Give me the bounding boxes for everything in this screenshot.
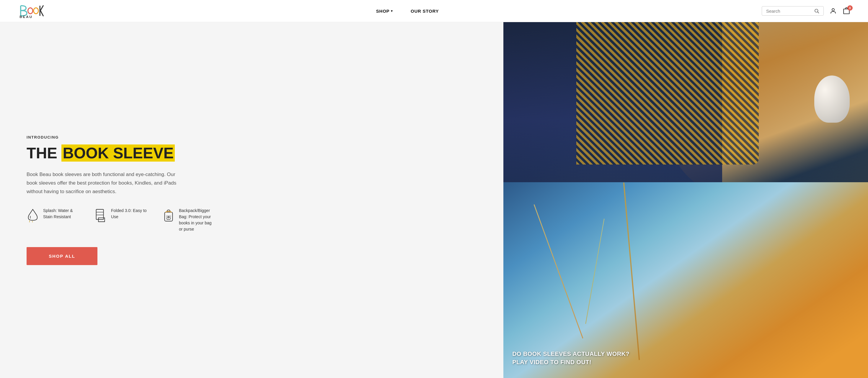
feature-water-text: Splash: Water & Stain Resistant (43, 208, 80, 220)
features-row: Splash: Water & Stain Resistant Folded 3… (27, 208, 477, 232)
feature-fold-text: Folded 3.0: Easy to Use (111, 208, 148, 220)
navbar: BEAU SHOP ▾ OUR STORY (0, 0, 868, 22)
svg-line-5 (40, 11, 43, 16)
shop-chevron-icon: ▾ (391, 9, 393, 13)
hero-title-part1: THE (27, 144, 61, 162)
hero-title: THE BOOK SLEEVE (27, 145, 477, 162)
nav-shop-label: SHOP (376, 8, 390, 13)
feature-fold: Folded 3.0: Easy to Use (94, 208, 148, 224)
video-overlay-line2: PLAY VIDEO TO FIND OUT! (512, 358, 629, 366)
backpack-icon (162, 208, 175, 224)
main-content: INTRODUCING THE BOOK SLEEVE Book Beau bo… (0, 22, 868, 378)
user-icon (830, 7, 837, 14)
nav-shop-link[interactable]: SHOP ▾ (376, 8, 393, 13)
search-button[interactable] (814, 8, 819, 13)
video-overlay-text: DO BOOK SLEEVES ACTUALLY WORK? PLAY VIDE… (512, 350, 629, 366)
svg-point-9 (832, 8, 834, 11)
nav-right: 0 (762, 6, 850, 15)
nav-our-story-link[interactable]: OUR STORY (411, 8, 439, 13)
water-drop-icon (27, 208, 39, 224)
logo-link[interactable]: BEAU (18, 4, 53, 18)
svg-point-1 (28, 8, 33, 14)
hero-title-highlight: BOOK SLEEVE (61, 144, 175, 162)
hero-image (503, 22, 868, 378)
account-button[interactable] (830, 7, 837, 14)
fold-icon (94, 208, 107, 224)
cart-button[interactable]: 0 (843, 7, 850, 15)
introducing-label: INTRODUCING (27, 135, 477, 139)
search-input[interactable] (766, 8, 814, 13)
svg-point-2 (34, 8, 38, 14)
cart-badge: 0 (847, 5, 852, 11)
video-overlay-line1: DO BOOK SLEEVES ACTUALLY WORK? (512, 350, 629, 358)
svg-line-8 (817, 12, 819, 13)
search-box (762, 6, 824, 15)
hero-description: Book Beau book sleeves are both function… (27, 170, 180, 196)
nav-center: SHOP ▾ OUR STORY (376, 8, 439, 13)
svg-text:BEAU: BEAU (20, 15, 32, 18)
nav-our-story-label: OUR STORY (411, 8, 439, 13)
logo-svg: BEAU (18, 4, 53, 18)
svg-line-4 (40, 6, 43, 10)
feature-bag: Backpack/Bigger Bag: Protect your books … (162, 208, 216, 232)
feature-water: Splash: Water & Stain Resistant (27, 208, 80, 224)
left-panel: INTRODUCING THE BOOK SLEEVE Book Beau bo… (0, 22, 503, 378)
feature-bag-text: Backpack/Bigger Bag: Protect your books … (179, 208, 216, 232)
right-panel: DO BOOK SLEEVES ACTUALLY WORK? PLAY VIDE… (503, 22, 868, 378)
search-icon (814, 8, 819, 13)
shop-all-button[interactable]: SHOP ALL (27, 247, 97, 265)
